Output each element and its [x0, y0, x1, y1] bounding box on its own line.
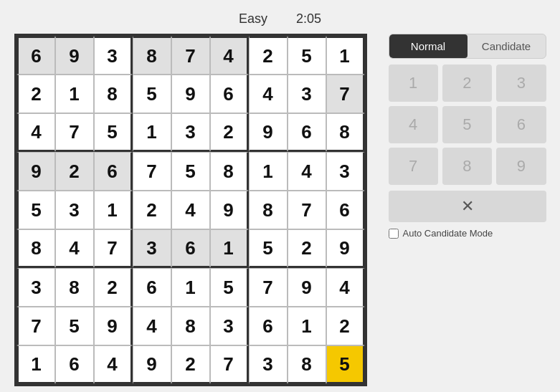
cell-8-8[interactable]: 5 — [326, 345, 365, 384]
cell-8-5[interactable]: 7 — [210, 345, 249, 384]
cell-4-7[interactable]: 7 — [288, 191, 326, 229]
cell-0-5[interactable]: 4 — [210, 36, 249, 75]
cell-8-3[interactable]: 9 — [133, 345, 171, 384]
cell-8-7[interactable]: 8 — [288, 345, 326, 384]
cell-1-2[interactable]: 8 — [94, 75, 133, 113]
cell-5-5[interactable]: 1 — [210, 229, 249, 268]
cell-6-7[interactable]: 9 — [288, 268, 326, 307]
cell-8-2[interactable]: 4 — [94, 345, 133, 384]
auto-candidate-checkbox[interactable] — [389, 229, 399, 239]
cell-5-2[interactable]: 7 — [94, 229, 133, 268]
cell-3-2[interactable]: 6 — [94, 152, 133, 191]
cell-7-4[interactable]: 8 — [171, 307, 210, 345]
cell-8-0[interactable]: 1 — [16, 345, 55, 384]
erase-button[interactable]: ✕ — [389, 191, 546, 222]
cell-2-5[interactable]: 2 — [210, 113, 249, 152]
cell-4-5[interactable]: 9 — [210, 191, 249, 229]
cell-7-5[interactable]: 3 — [210, 307, 249, 345]
cell-2-0[interactable]: 4 — [16, 113, 55, 152]
cell-0-4[interactable]: 7 — [171, 36, 210, 75]
cell-1-7[interactable]: 3 — [288, 75, 326, 113]
cell-1-3[interactable]: 5 — [133, 75, 171, 113]
cell-0-8[interactable]: 1 — [326, 36, 365, 75]
cell-6-3[interactable]: 6 — [133, 268, 171, 307]
num-pad: 123456789 — [389, 64, 546, 185]
cell-3-7[interactable]: 4 — [288, 152, 326, 191]
numpad-button-1[interactable]: 1 — [389, 64, 438, 102]
cell-5-6[interactable]: 5 — [249, 229, 288, 268]
cell-7-0[interactable]: 7 — [16, 307, 55, 345]
cell-6-4[interactable]: 1 — [171, 268, 210, 307]
cell-1-5[interactable]: 6 — [210, 75, 249, 113]
cell-0-2[interactable]: 3 — [94, 36, 133, 75]
cell-4-4[interactable]: 4 — [171, 191, 210, 229]
main-area: 6938742512185964374751329689267581435312… — [14, 34, 546, 386]
cell-2-4[interactable]: 3 — [171, 113, 210, 152]
cell-5-7[interactable]: 2 — [288, 229, 326, 268]
cell-3-6[interactable]: 1 — [249, 152, 288, 191]
cell-4-6[interactable]: 8 — [249, 191, 288, 229]
cell-3-4[interactable]: 5 — [171, 152, 210, 191]
numpad-button-4[interactable]: 4 — [389, 106, 438, 143]
cell-7-8[interactable]: 2 — [326, 307, 365, 345]
cell-4-8[interactable]: 6 — [326, 191, 365, 229]
auto-candidate-container: Auto Candidate Mode — [389, 228, 546, 239]
top-bar: Easy 2:05 — [239, 7, 321, 34]
cell-8-6[interactable]: 3 — [249, 345, 288, 384]
numpad-button-3[interactable]: 3 — [496, 64, 546, 102]
cell-1-8[interactable]: 7 — [326, 75, 365, 113]
cell-3-8[interactable]: 3 — [326, 152, 365, 191]
cell-8-4[interactable]: 2 — [171, 345, 210, 384]
cell-0-6[interactable]: 2 — [249, 36, 288, 75]
cell-7-3[interactable]: 4 — [133, 307, 171, 345]
cell-8-1[interactable]: 6 — [55, 345, 94, 384]
cell-3-0[interactable]: 9 — [16, 152, 55, 191]
cell-2-2[interactable]: 5 — [94, 113, 133, 152]
cell-1-4[interactable]: 9 — [171, 75, 210, 113]
cell-6-5[interactable]: 5 — [210, 268, 249, 307]
cell-4-2[interactable]: 1 — [94, 191, 133, 229]
cell-4-1[interactable]: 3 — [55, 191, 94, 229]
cell-2-3[interactable]: 1 — [133, 113, 171, 152]
cell-3-3[interactable]: 7 — [133, 152, 171, 191]
cell-5-3[interactable]: 3 — [133, 229, 171, 268]
cell-0-0[interactable]: 6 — [16, 36, 55, 75]
cell-6-6[interactable]: 7 — [249, 268, 288, 307]
cell-5-1[interactable]: 4 — [55, 229, 94, 268]
numpad-button-2[interactable]: 2 — [442, 64, 492, 102]
cell-6-1[interactable]: 8 — [55, 268, 94, 307]
cell-1-1[interactable]: 1 — [55, 75, 94, 113]
cell-1-6[interactable]: 4 — [249, 75, 288, 113]
candidate-mode-button[interactable]: Candidate — [468, 34, 546, 58]
numpad-button-7[interactable]: 7 — [389, 148, 438, 185]
cell-2-6[interactable]: 9 — [249, 113, 288, 152]
cell-4-0[interactable]: 5 — [16, 191, 55, 229]
cell-6-2[interactable]: 2 — [94, 268, 133, 307]
cell-3-1[interactable]: 2 — [55, 152, 94, 191]
cell-6-8[interactable]: 4 — [326, 268, 365, 307]
cell-4-3[interactable]: 2 — [133, 191, 171, 229]
cell-0-1[interactable]: 9 — [55, 36, 94, 75]
cell-2-1[interactable]: 7 — [55, 113, 94, 152]
timer-display: 2:05 — [296, 11, 321, 27]
cell-1-0[interactable]: 2 — [16, 75, 55, 113]
numpad-button-5[interactable]: 5 — [442, 106, 492, 143]
numpad-button-8[interactable]: 8 — [442, 148, 492, 185]
cell-7-6[interactable]: 6 — [249, 307, 288, 345]
cell-5-0[interactable]: 8 — [16, 229, 55, 268]
cell-3-5[interactable]: 8 — [210, 152, 249, 191]
cell-0-3[interactable]: 8 — [133, 36, 171, 75]
cell-2-8[interactable]: 8 — [326, 113, 365, 152]
numpad-button-6[interactable]: 6 — [496, 106, 546, 143]
cell-5-8[interactable]: 9 — [326, 229, 365, 268]
cell-7-7[interactable]: 1 — [288, 307, 326, 345]
cell-7-2[interactable]: 9 — [94, 307, 133, 345]
mode-toggle: Normal Candidate — [389, 34, 546, 59]
normal-mode-button[interactable]: Normal — [389, 34, 468, 58]
cell-2-7[interactable]: 6 — [288, 113, 326, 152]
cell-7-1[interactable]: 5 — [55, 307, 94, 345]
numpad-button-9[interactable]: 9 — [496, 148, 546, 185]
cell-5-4[interactable]: 6 — [171, 229, 210, 268]
cell-0-7[interactable]: 5 — [288, 36, 326, 75]
cell-6-0[interactable]: 3 — [16, 268, 55, 307]
